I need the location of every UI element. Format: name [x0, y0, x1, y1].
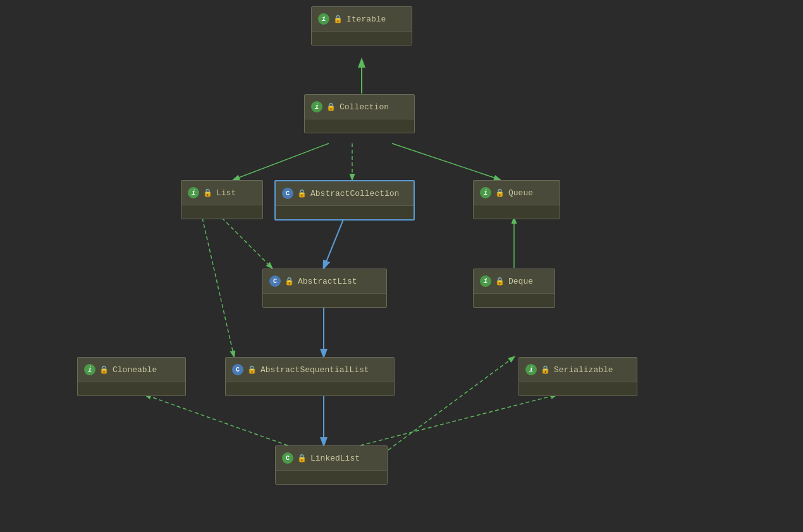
label-abstractcollection: AbstractCollection — [310, 189, 399, 198]
icon-cloneable: i — [84, 364, 95, 375]
connections-svg — [0, 0, 803, 532]
label-serializable: Serializable — [554, 365, 613, 375]
label-linkedlist: LinkedList — [310, 454, 360, 463]
node-cloneable[interactable]: i 🔒 Cloneable — [77, 357, 186, 396]
node-body-list — [181, 205, 262, 219]
node-abstractsequentiallist[interactable]: C 🔒 AbstractSequentialList — [225, 357, 395, 396]
label-queue: Queue — [508, 188, 533, 198]
label-collection: Collection — [340, 102, 389, 112]
label-abstractlist: AbstractList — [298, 277, 357, 286]
node-serializable[interactable]: i 🔒 Serializable — [518, 357, 637, 396]
node-queue[interactable]: i 🔒 Queue — [473, 180, 560, 219]
svg-line-10 — [145, 395, 288, 445]
node-body-queue — [474, 205, 560, 219]
label-deque: Deque — [508, 277, 533, 286]
node-linkedlist[interactable]: C 🔒 LinkedList — [275, 445, 388, 485]
svg-line-3 — [392, 143, 500, 179]
node-body-iterable — [312, 31, 412, 45]
node-abstractcollection[interactable]: C 🔒 AbstractCollection — [274, 180, 415, 221]
icon-abstractsequentiallist: C — [232, 364, 243, 375]
svg-line-5 — [222, 218, 272, 268]
label-iterable: Iterable — [346, 15, 386, 24]
diagram-container: i 🔒 Iterable i 🔒 Collection i 🔒 List C 🔒… — [0, 0, 803, 532]
node-body-abstractcollection — [276, 205, 414, 219]
node-deque[interactable]: i 🔒 Deque — [473, 269, 555, 308]
node-body-abstractlist — [263, 293, 386, 307]
node-body-linkedlist — [276, 470, 387, 484]
node-list[interactable]: i 🔒 List — [181, 180, 263, 219]
icon-iterable: i — [318, 13, 329, 25]
icon-linkedlist: C — [282, 452, 293, 464]
icon-deque: i — [480, 275, 491, 287]
icon-list: i — [188, 187, 199, 198]
node-body-serializable — [519, 382, 637, 396]
svg-line-1 — [234, 143, 329, 179]
label-cloneable: Cloneable — [113, 365, 157, 375]
icon-serializable: i — [525, 364, 537, 375]
icon-abstractlist: C — [269, 275, 281, 287]
svg-line-11 — [360, 395, 556, 445]
node-collection[interactable]: i 🔒 Collection — [304, 94, 415, 133]
icon-queue: i — [480, 187, 491, 198]
node-body-deque — [474, 293, 555, 307]
svg-line-6 — [202, 218, 234, 356]
label-abstractsequentiallist: AbstractSequentialList — [261, 365, 369, 375]
icon-abstractcollection: C — [282, 188, 293, 199]
svg-line-4 — [324, 218, 344, 268]
node-iterable[interactable]: i 🔒 Iterable — [311, 6, 412, 45]
label-list: List — [216, 188, 236, 198]
node-body-abstractsequentiallist — [226, 382, 394, 396]
node-body-collection — [305, 119, 414, 133]
node-abstractlist[interactable]: C 🔒 AbstractList — [262, 269, 387, 308]
node-body-cloneable — [78, 382, 185, 396]
icon-collection: i — [311, 101, 322, 112]
